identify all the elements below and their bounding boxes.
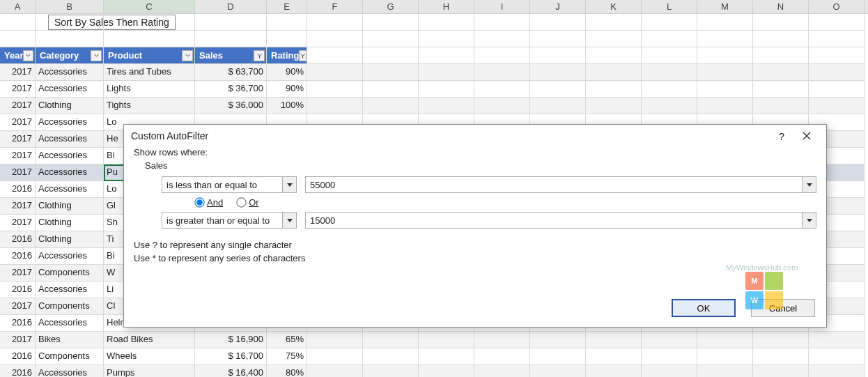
- empty-cell[interactable]: [753, 64, 809, 81]
- cell-category[interactable]: Clothing: [36, 215, 104, 231]
- or-radio-input[interactable]: [236, 197, 246, 207]
- empty-cell[interactable]: [419, 64, 474, 81]
- filter-dropdown-icon[interactable]: [299, 50, 307, 61]
- empty-cell[interactable]: [419, 332, 474, 348]
- empty-cell[interactable]: [642, 348, 697, 365]
- cell-sales[interactable]: $ 16,700: [195, 348, 267, 365]
- empty-cell[interactable]: [307, 81, 363, 98]
- cell-product[interactable]: Tights: [104, 98, 195, 114]
- empty-cell[interactable]: [753, 31, 809, 47]
- cell-year[interactable]: 2016: [0, 365, 36, 377]
- empty-cell[interactable]: [809, 64, 865, 81]
- empty-cell[interactable]: [363, 47, 419, 64]
- empty-cell[interactable]: [530, 47, 586, 64]
- colhead-L[interactable]: L: [642, 0, 697, 13]
- cell-year[interactable]: 2016: [0, 248, 36, 265]
- empty-cell[interactable]: [307, 98, 363, 114]
- filter-dropdown-icon[interactable]: [254, 50, 265, 61]
- cell-sales[interactable]: $ 36,700: [195, 81, 267, 98]
- ok-button[interactable]: OK: [672, 299, 736, 317]
- column-header-product[interactable]: Product: [104, 47, 195, 64]
- empty-cell[interactable]: [195, 14, 267, 31]
- colhead-I[interactable]: I: [474, 0, 530, 13]
- empty-cell[interactable]: [809, 14, 865, 31]
- cell-sales[interactable]: $ 63,700: [195, 64, 267, 81]
- colhead-D[interactable]: D: [195, 0, 267, 13]
- empty-cell[interactable]: [809, 98, 865, 114]
- empty-cell[interactable]: [474, 64, 530, 81]
- empty-cell[interactable]: [753, 365, 809, 377]
- table-row[interactable]: 2016ComponentsWheels$ 16,70075%: [0, 348, 868, 365]
- empty-cell[interactable]: [586, 365, 642, 377]
- empty-cell[interactable]: [307, 348, 363, 365]
- cell-sales[interactable]: $ 36,000: [195, 98, 267, 114]
- empty-cell[interactable]: [363, 31, 419, 47]
- empty-cell[interactable]: [363, 365, 419, 377]
- empty-cell[interactable]: [474, 14, 530, 31]
- cell-rating[interactable]: 90%: [267, 64, 307, 81]
- cell-sales[interactable]: $ 16,400: [195, 365, 267, 377]
- cell-year[interactable]: 2017: [0, 265, 36, 282]
- cell-year[interactable]: 2016: [0, 231, 36, 248]
- criteria2-operator-combo[interactable]: is greater than or equal to: [162, 212, 297, 229]
- empty-cell[interactable]: [697, 348, 753, 365]
- empty-cell[interactable]: [530, 64, 586, 81]
- cell-year[interactable]: 2017: [0, 332, 36, 348]
- colhead-A[interactable]: A: [0, 0, 36, 13]
- colhead-J[interactable]: J: [530, 0, 586, 13]
- empty-cell[interactable]: [586, 98, 642, 114]
- empty-cell[interactable]: [0, 14, 36, 31]
- empty-cell[interactable]: [809, 365, 865, 377]
- empty-cell[interactable]: [697, 332, 753, 348]
- empty-cell[interactable]: [36, 31, 104, 47]
- column-header-year[interactable]: Year: [0, 47, 36, 64]
- empty-cell[interactable]: [586, 81, 642, 98]
- empty-cell[interactable]: [697, 31, 753, 47]
- cell-year[interactable]: 2016: [0, 348, 36, 365]
- table-row[interactable]: 2017BikesRoad Bikes$ 16,90065%: [0, 332, 868, 348]
- table-row[interactable]: 2017AccessoriesLights$ 36,70090%: [0, 81, 868, 98]
- colhead-B[interactable]: B: [36, 0, 104, 13]
- empty-cell[interactable]: [530, 332, 586, 348]
- empty-cell[interactable]: [363, 14, 419, 31]
- empty-cell[interactable]: [753, 348, 809, 365]
- help-button[interactable]: ?: [769, 130, 794, 142]
- cell-year[interactable]: 2016: [0, 282, 36, 298]
- empty-cell[interactable]: [753, 47, 809, 64]
- empty-cell[interactable]: [753, 98, 809, 114]
- cell-year[interactable]: 2017: [0, 131, 36, 148]
- table-row[interactable]: 2017AccessoriesTires and Tubes$ 63,70090…: [0, 64, 868, 81]
- cell-year[interactable]: 2016: [0, 315, 36, 332]
- empty-cell[interactable]: [809, 47, 865, 64]
- empty-cell[interactable]: [195, 31, 267, 47]
- cell-category[interactable]: Accessories: [36, 164, 104, 181]
- table-row[interactable]: 2017ClothingTights$ 36,000100%: [0, 98, 868, 114]
- empty-cell[interactable]: [307, 31, 363, 47]
- cell-year[interactable]: 2017: [0, 81, 36, 98]
- empty-cell[interactable]: [586, 64, 642, 81]
- cell-product[interactable]: Wheels: [104, 348, 195, 365]
- cell-category[interactable]: Accessories: [36, 181, 104, 198]
- cell-category[interactable]: Accessories: [36, 131, 104, 148]
- empty-cell[interactable]: [363, 348, 419, 365]
- empty-cell[interactable]: [474, 98, 530, 114]
- colhead-M[interactable]: M: [697, 0, 753, 13]
- colhead-G[interactable]: G: [363, 0, 419, 13]
- empty-cell[interactable]: [36, 14, 104, 31]
- empty-cell[interactable]: [586, 31, 642, 47]
- colhead-H[interactable]: H: [419, 0, 474, 13]
- empty-cell[interactable]: [530, 98, 586, 114]
- cell-category[interactable]: Clothing: [36, 198, 104, 215]
- empty-cell[interactable]: [809, 348, 865, 365]
- empty-cell[interactable]: [642, 365, 697, 377]
- cell-rating[interactable]: 90%: [267, 81, 307, 98]
- colhead-N[interactable]: N: [753, 0, 809, 13]
- cell-category[interactable]: Accessories: [36, 64, 104, 81]
- cell-rating[interactable]: 75%: [267, 348, 307, 365]
- empty-cell[interactable]: [530, 81, 586, 98]
- cell-category[interactable]: Clothing: [36, 98, 104, 114]
- cell-category[interactable]: Accessories: [36, 248, 104, 265]
- empty-cell[interactable]: [697, 81, 753, 98]
- empty-cell[interactable]: [586, 332, 642, 348]
- colhead-E[interactable]: E: [267, 0, 307, 13]
